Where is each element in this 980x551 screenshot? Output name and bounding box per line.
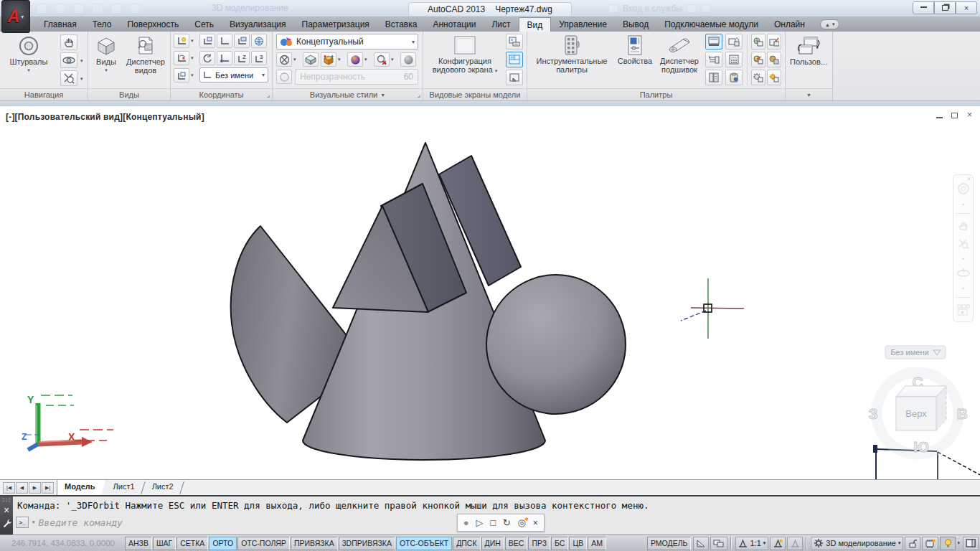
chevron-down-icon[interactable]: ▾ [32, 519, 35, 525]
sheet-set-manager-button[interactable]: Диспетчер подшивок [656, 34, 702, 74]
command-history-line[interactable]: Команда: '_3DFOrbit Нажмите ESC или ENTE… [17, 500, 649, 511]
drag-grip-icon[interactable] [2, 498, 11, 502]
toggle-ortho[interactable]: ОРТО [209, 537, 237, 550]
zoom-button[interactable] [60, 70, 77, 86]
signin-label[interactable]: Вход в службы [623, 4, 682, 14]
steeringwheels-button[interactable]: Штурвалы ▾ [6, 34, 52, 75]
signin-area[interactable]: Вход в службы [608, 4, 711, 14]
tab-vizualizatsiya[interactable]: Визуализация [222, 17, 294, 32]
prev-tab-button[interactable]: ◀ [16, 482, 28, 494]
ucs-dropdown[interactable]: ▾ [191, 38, 194, 44]
viewcube-west[interactable]: З [868, 405, 877, 422]
panel-viewports-footer[interactable]: Видовые экраны модели [423, 88, 527, 100]
ucs-rotate-x-button[interactable]: x [174, 51, 189, 65]
toggle-osnap[interactable]: ПРИВЯЗКА [291, 537, 338, 550]
close-icon[interactable]: × [533, 518, 539, 527]
render-icon[interactable] [751, 52, 765, 67]
shadows-dropdown[interactable]: ▾ [364, 57, 367, 62]
command-prompt-icon[interactable]: >_ [16, 517, 29, 528]
panel-navigation-footer[interactable]: Навигация [0, 88, 88, 100]
chevron-down-icon[interactable]: ▾ [957, 540, 960, 546]
panel-coordinates-footer[interactable]: Координаты ⌟ [171, 88, 272, 100]
isolate-objects-button[interactable] [940, 537, 956, 550]
steering-wheel-icon[interactable] [957, 182, 970, 195]
tab-plugins[interactable]: Подключаемые модули [656, 17, 766, 32]
orbit-dropdown[interactable]: ▾ [80, 58, 83, 64]
clipboard-icon[interactable] [725, 70, 743, 85]
minimize-button[interactable] [913, 1, 934, 14]
ucs-restore-button[interactable] [199, 51, 215, 65]
tab-set[interactable]: Сеть [187, 17, 222, 32]
toggle-grid[interactable]: СЕТКА [176, 537, 208, 550]
model-viewport[interactable]: Y X Z С В Ю З [0, 106, 980, 479]
refs-palette-icon[interactable] [705, 52, 722, 67]
ucs-object-button[interactable] [174, 68, 189, 83]
viewport-join-button[interactable] [506, 52, 523, 67]
panel-views-footer[interactable]: Виды [88, 88, 170, 100]
navigation-bar[interactable]: ✕ ▾ ▾ ▾ [953, 174, 974, 322]
solids-group[interactable] [231, 143, 626, 460]
tab-annotatsii[interactable]: Аннотации [425, 17, 484, 32]
stop-icon[interactable]: □ [490, 518, 496, 527]
materials-sphere-button[interactable] [400, 52, 416, 67]
crosshair-cursor[interactable] [681, 278, 744, 339]
panel-palettes-footer[interactable]: Палитры [527, 88, 785, 100]
toggle-qp[interactable]: БС [551, 537, 568, 550]
toggle-ducs[interactable]: ДПСК [453, 537, 480, 550]
viewport-controls-label[interactable]: [-][Пользовательский вид][Концептуальный… [6, 112, 204, 122]
showmotion-icon[interactable] [957, 304, 970, 316]
ucs-3point-button[interactable]: 3 [251, 51, 267, 65]
tab-upravlenie[interactable]: Управление [551, 17, 615, 32]
viewcube-view-combo[interactable]: Без имени [885, 346, 946, 359]
navbar-close-icon[interactable]: ✕ [966, 176, 971, 182]
panel-user-footer[interactable]: ▼ [786, 88, 832, 100]
viewport-named-button[interactable] [506, 34, 523, 50]
hardware-acceleration-button[interactable] [922, 537, 938, 550]
views-button[interactable]: Виды ▾ [91, 34, 121, 75]
pan-hand-icon[interactable] [958, 220, 969, 232]
face-culling-dropdown[interactable]: ▾ [293, 57, 296, 62]
toggle-otrack[interactable]: ОТС-ОБЪЕКТ [396, 537, 452, 550]
lights-icon[interactable] [751, 70, 765, 85]
tool-palettes-button[interactable]: Инструментальные палитры [532, 34, 612, 74]
ucs-z-axis-button[interactable]: Z [234, 51, 250, 65]
commandline-palette-icon[interactable] [705, 34, 722, 50]
edge-color-button[interactable] [321, 52, 336, 67]
ucs-named-combo[interactable]: Без имени ▾ [199, 67, 268, 83]
pan-button[interactable] [60, 34, 77, 50]
tab-telo[interactable]: Тело [85, 17, 120, 32]
save-animation-icon[interactable]: ◎✱ [517, 518, 525, 527]
annotation-autoscale-button[interactable] [787, 537, 803, 550]
dbconnect-icon[interactable] [751, 34, 765, 50]
tab-online[interactable]: Онлайн [766, 17, 813, 32]
shadows-button[interactable] [347, 52, 363, 67]
toggle-snap[interactable]: ШАГ [153, 537, 176, 550]
toggle-lwt[interactable]: ВЕС [505, 537, 528, 550]
dialog-launcher-icon[interactable]: ⌟ [418, 91, 420, 98]
markup-icon[interactable] [767, 34, 781, 50]
viewport-config-button[interactable]: Конфигурация видового экрана ▾ [429, 34, 501, 75]
viewcube-south[interactable]: Ю [913, 438, 929, 455]
play-icon[interactable]: ▷ [476, 518, 483, 527]
ribbon-minimize-button[interactable]: ▲ ▾ [820, 19, 839, 29]
command-input-placeholder[interactable]: Введите команду [39, 517, 123, 528]
close-icon[interactable]: ✕ [3, 507, 9, 514]
quickcalc-icon[interactable] [725, 52, 743, 67]
quick-view-layouts-button[interactable] [693, 537, 709, 550]
face-culling-button[interactable] [276, 52, 292, 67]
application-menu-button[interactable]: A ▾ [1, 0, 30, 33]
section-button[interactable] [374, 52, 390, 67]
annotation-visibility-button[interactable] [770, 537, 786, 550]
ucs-object-dropdown[interactable]: ▾ [191, 72, 194, 78]
ucs-world-button[interactable] [251, 34, 267, 48]
annotation-scale-button[interactable]: 1:1 ▾ [735, 537, 768, 550]
orbit-button[interactable] [60, 52, 77, 68]
coordinates-readout[interactable]: 246.7914, 434.0833, 0.0000 [1, 539, 125, 547]
zoom-icon[interactable] [958, 238, 969, 250]
clean-screen-button[interactable] [963, 537, 979, 550]
section-dropdown[interactable]: ▾ [391, 57, 394, 62]
view-manager-button[interactable]: Диспетчер видов [123, 34, 169, 75]
viewcube-top-label[interactable]: Верх [905, 408, 927, 419]
tab-poverkhnost[interactable]: Поверхность [119, 17, 187, 32]
model-space-button[interactable]: РМОДЕЛЬ [647, 537, 691, 550]
